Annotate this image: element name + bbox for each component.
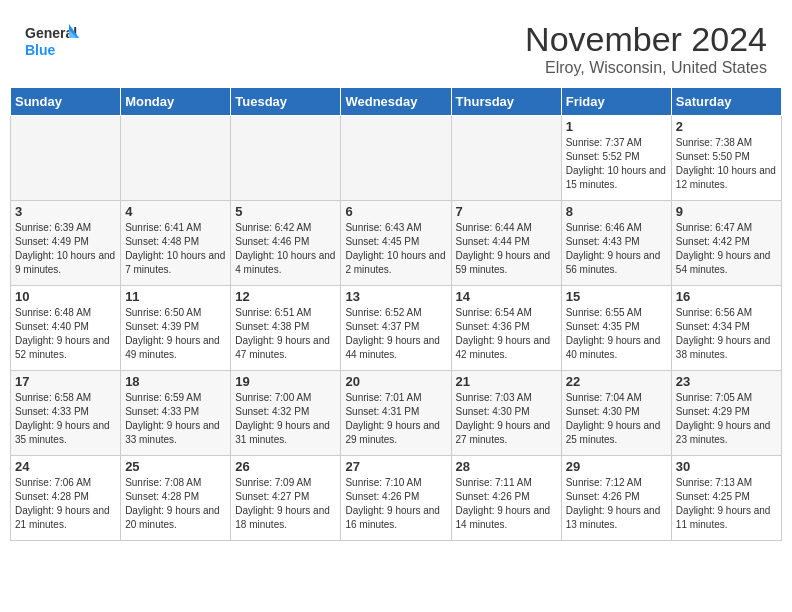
day-number-5: 5	[235, 204, 336, 219]
day-28: 28Sunrise: 7:11 AM Sunset: 4:26 PM Dayli…	[451, 456, 561, 541]
day-info-17: Sunrise: 6:58 AM Sunset: 4:33 PM Dayligh…	[15, 391, 116, 447]
day-number-23: 23	[676, 374, 777, 389]
svg-text:Blue: Blue	[25, 42, 56, 58]
day-info-27: Sunrise: 7:10 AM Sunset: 4:26 PM Dayligh…	[345, 476, 446, 532]
day-info-13: Sunrise: 6:52 AM Sunset: 4:37 PM Dayligh…	[345, 306, 446, 362]
empty-cell-0-0	[11, 116, 121, 201]
day-number-10: 10	[15, 289, 116, 304]
day-number-26: 26	[235, 459, 336, 474]
day-23: 23Sunrise: 7:05 AM Sunset: 4:29 PM Dayli…	[671, 371, 781, 456]
day-info-7: Sunrise: 6:44 AM Sunset: 4:44 PM Dayligh…	[456, 221, 557, 277]
day-1: 1Sunrise: 7:37 AM Sunset: 5:52 PM Daylig…	[561, 116, 671, 201]
day-5: 5Sunrise: 6:42 AM Sunset: 4:46 PM Daylig…	[231, 201, 341, 286]
week-row-1: 1Sunrise: 7:37 AM Sunset: 5:52 PM Daylig…	[11, 116, 782, 201]
day-info-10: Sunrise: 6:48 AM Sunset: 4:40 PM Dayligh…	[15, 306, 116, 362]
week-row-2: 3Sunrise: 6:39 AM Sunset: 4:49 PM Daylig…	[11, 201, 782, 286]
day-number-11: 11	[125, 289, 226, 304]
day-29: 29Sunrise: 7:12 AM Sunset: 4:26 PM Dayli…	[561, 456, 671, 541]
day-21: 21Sunrise: 7:03 AM Sunset: 4:30 PM Dayli…	[451, 371, 561, 456]
day-info-14: Sunrise: 6:54 AM Sunset: 4:36 PM Dayligh…	[456, 306, 557, 362]
day-number-18: 18	[125, 374, 226, 389]
day-info-4: Sunrise: 6:41 AM Sunset: 4:48 PM Dayligh…	[125, 221, 226, 277]
day-info-18: Sunrise: 6:59 AM Sunset: 4:33 PM Dayligh…	[125, 391, 226, 447]
empty-cell-0-4	[451, 116, 561, 201]
month-title: November 2024	[525, 20, 767, 59]
header-monday: Monday	[121, 88, 231, 116]
header-sunday: Sunday	[11, 88, 121, 116]
day-6: 6Sunrise: 6:43 AM Sunset: 4:45 PM Daylig…	[341, 201, 451, 286]
day-19: 19Sunrise: 7:00 AM Sunset: 4:32 PM Dayli…	[231, 371, 341, 456]
day-number-1: 1	[566, 119, 667, 134]
day-2: 2Sunrise: 7:38 AM Sunset: 5:50 PM Daylig…	[671, 116, 781, 201]
header-thursday: Thursday	[451, 88, 561, 116]
day-number-7: 7	[456, 204, 557, 219]
empty-cell-0-2	[231, 116, 341, 201]
day-info-12: Sunrise: 6:51 AM Sunset: 4:38 PM Dayligh…	[235, 306, 336, 362]
day-number-16: 16	[676, 289, 777, 304]
day-info-9: Sunrise: 6:47 AM Sunset: 4:42 PM Dayligh…	[676, 221, 777, 277]
empty-cell-0-1	[121, 116, 231, 201]
day-20: 20Sunrise: 7:01 AM Sunset: 4:31 PM Dayli…	[341, 371, 451, 456]
day-number-20: 20	[345, 374, 446, 389]
day-11: 11Sunrise: 6:50 AM Sunset: 4:39 PM Dayli…	[121, 286, 231, 371]
day-10: 10Sunrise: 6:48 AM Sunset: 4:40 PM Dayli…	[11, 286, 121, 371]
day-15: 15Sunrise: 6:55 AM Sunset: 4:35 PM Dayli…	[561, 286, 671, 371]
day-info-28: Sunrise: 7:11 AM Sunset: 4:26 PM Dayligh…	[456, 476, 557, 532]
day-info-5: Sunrise: 6:42 AM Sunset: 4:46 PM Dayligh…	[235, 221, 336, 277]
day-8: 8Sunrise: 6:46 AM Sunset: 4:43 PM Daylig…	[561, 201, 671, 286]
day-number-2: 2	[676, 119, 777, 134]
day-info-2: Sunrise: 7:38 AM Sunset: 5:50 PM Dayligh…	[676, 136, 777, 192]
day-13: 13Sunrise: 6:52 AM Sunset: 4:37 PM Dayli…	[341, 286, 451, 371]
day-number-24: 24	[15, 459, 116, 474]
logo: General Blue	[25, 20, 80, 65]
day-number-3: 3	[15, 204, 116, 219]
day-number-22: 22	[566, 374, 667, 389]
day-number-21: 21	[456, 374, 557, 389]
day-3: 3Sunrise: 6:39 AM Sunset: 4:49 PM Daylig…	[11, 201, 121, 286]
location: Elroy, Wisconsin, United States	[525, 59, 767, 77]
day-18: 18Sunrise: 6:59 AM Sunset: 4:33 PM Dayli…	[121, 371, 231, 456]
day-12: 12Sunrise: 6:51 AM Sunset: 4:38 PM Dayli…	[231, 286, 341, 371]
day-info-19: Sunrise: 7:00 AM Sunset: 4:32 PM Dayligh…	[235, 391, 336, 447]
day-info-15: Sunrise: 6:55 AM Sunset: 4:35 PM Dayligh…	[566, 306, 667, 362]
day-info-29: Sunrise: 7:12 AM Sunset: 4:26 PM Dayligh…	[566, 476, 667, 532]
day-number-14: 14	[456, 289, 557, 304]
day-number-19: 19	[235, 374, 336, 389]
day-info-23: Sunrise: 7:05 AM Sunset: 4:29 PM Dayligh…	[676, 391, 777, 447]
header-saturday: Saturday	[671, 88, 781, 116]
day-17: 17Sunrise: 6:58 AM Sunset: 4:33 PM Dayli…	[11, 371, 121, 456]
day-info-22: Sunrise: 7:04 AM Sunset: 4:30 PM Dayligh…	[566, 391, 667, 447]
day-info-21: Sunrise: 7:03 AM Sunset: 4:30 PM Dayligh…	[456, 391, 557, 447]
day-number-28: 28	[456, 459, 557, 474]
day-26: 26Sunrise: 7:09 AM Sunset: 4:27 PM Dayli…	[231, 456, 341, 541]
day-number-9: 9	[676, 204, 777, 219]
day-24: 24Sunrise: 7:06 AM Sunset: 4:28 PM Dayli…	[11, 456, 121, 541]
header-tuesday: Tuesday	[231, 88, 341, 116]
day-14: 14Sunrise: 6:54 AM Sunset: 4:36 PM Dayli…	[451, 286, 561, 371]
day-info-8: Sunrise: 6:46 AM Sunset: 4:43 PM Dayligh…	[566, 221, 667, 277]
day-number-13: 13	[345, 289, 446, 304]
day-info-16: Sunrise: 6:56 AM Sunset: 4:34 PM Dayligh…	[676, 306, 777, 362]
day-30: 30Sunrise: 7:13 AM Sunset: 4:25 PM Dayli…	[671, 456, 781, 541]
day-number-30: 30	[676, 459, 777, 474]
day-22: 22Sunrise: 7:04 AM Sunset: 4:30 PM Dayli…	[561, 371, 671, 456]
calendar-header-row: SundayMondayTuesdayWednesdayThursdayFrid…	[11, 88, 782, 116]
day-info-6: Sunrise: 6:43 AM Sunset: 4:45 PM Dayligh…	[345, 221, 446, 277]
day-number-29: 29	[566, 459, 667, 474]
day-16: 16Sunrise: 6:56 AM Sunset: 4:34 PM Dayli…	[671, 286, 781, 371]
week-row-5: 24Sunrise: 7:06 AM Sunset: 4:28 PM Dayli…	[11, 456, 782, 541]
day-number-25: 25	[125, 459, 226, 474]
day-number-15: 15	[566, 289, 667, 304]
day-number-4: 4	[125, 204, 226, 219]
day-number-17: 17	[15, 374, 116, 389]
day-info-30: Sunrise: 7:13 AM Sunset: 4:25 PM Dayligh…	[676, 476, 777, 532]
day-info-20: Sunrise: 7:01 AM Sunset: 4:31 PM Dayligh…	[345, 391, 446, 447]
day-27: 27Sunrise: 7:10 AM Sunset: 4:26 PM Dayli…	[341, 456, 451, 541]
day-number-6: 6	[345, 204, 446, 219]
day-number-27: 27	[345, 459, 446, 474]
day-25: 25Sunrise: 7:08 AM Sunset: 4:28 PM Dayli…	[121, 456, 231, 541]
calendar-table: SundayMondayTuesdayWednesdayThursdayFrid…	[10, 87, 782, 541]
day-info-24: Sunrise: 7:06 AM Sunset: 4:28 PM Dayligh…	[15, 476, 116, 532]
day-number-12: 12	[235, 289, 336, 304]
week-row-3: 10Sunrise: 6:48 AM Sunset: 4:40 PM Dayli…	[11, 286, 782, 371]
